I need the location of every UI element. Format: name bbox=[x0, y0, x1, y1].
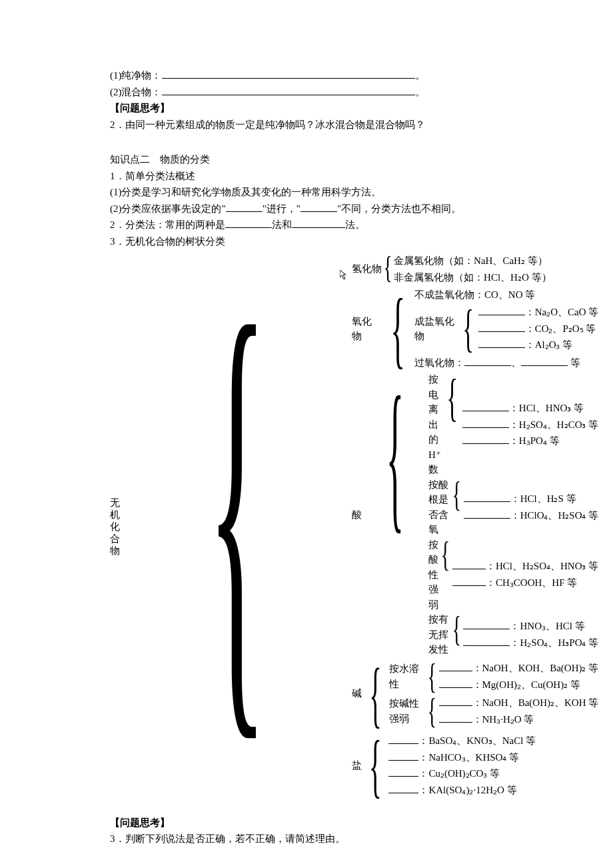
blank-acid-h-a[interactable] bbox=[462, 401, 509, 411]
acid-vol-label: 按有无挥发性 bbox=[428, 612, 450, 657]
blank-pure[interactable] bbox=[162, 68, 415, 79]
kp2-s2b: 法和 bbox=[272, 219, 292, 230]
acid-label: 酸 bbox=[352, 507, 362, 523]
kp2-s3: 3．无机化合物的树状分类 bbox=[110, 234, 503, 249]
brace-acid-o: { bbox=[452, 477, 461, 537]
base-sol-label: 按水溶性 bbox=[389, 661, 425, 691]
node-base: 碱 { 按水溶性 { ：NaOH、KOH、Ba(OH)₂ 等 ：Mg(OH)₂、… bbox=[352, 657, 598, 731]
blank-salt-c[interactable] bbox=[388, 766, 418, 777]
kp2-title: 知识点二 物质的分类 bbox=[110, 152, 503, 167]
base-str-label: 按碱性强弱 bbox=[389, 696, 425, 726]
hydride-a: 金属氢化物（如：NaH、CaH₂ 等） bbox=[394, 253, 551, 269]
blank-salt-d[interactable] bbox=[388, 783, 418, 793]
kp2-s2: 2．分类法：常用的两种是法和法。 bbox=[110, 217, 503, 233]
acid-o-label: 按酸根是否含氧 bbox=[428, 477, 450, 537]
salt-oxide-b: ：CO₂、P₂O₅ 等 bbox=[478, 321, 599, 337]
kp2-s1-title: 1．简单分类法概述 bbox=[110, 169, 503, 184]
node-acid-h: 按电离出的 H⁺ 数 { ：HCl、HNO₃ 等 ：H₂SO₄、H₂CO₃ 等 … bbox=[428, 372, 598, 477]
blank-base-sol-b[interactable] bbox=[439, 677, 472, 688]
brace-acid-str: { bbox=[441, 537, 450, 613]
kp2-s1-2: (2)分类应依据事先设定的""进行，""不同，分类方法也不相同。 bbox=[110, 201, 503, 217]
kp2-s1-2b: "进行，" bbox=[263, 203, 301, 214]
cursor-icon bbox=[340, 270, 348, 285]
oxide-label: 氧化物 bbox=[352, 314, 381, 344]
hydride-label: 氢化物 bbox=[352, 261, 382, 277]
brace-acid-h: { bbox=[447, 372, 458, 477]
line-mix: (2)混合物：。 bbox=[110, 85, 503, 100]
node-salt: 盐 { ：BaSO₄、KNO₃、NaCl 等 ：NaHCO₃、KHSO₄ 等 ：… bbox=[352, 731, 598, 801]
brace-base: { bbox=[369, 657, 381, 731]
brace-salt: { bbox=[369, 731, 382, 801]
hydride-b: 非金属氢化物（如：HCl、H₂O 等） bbox=[394, 269, 551, 286]
acid-str-label: 按酸性强弱 bbox=[428, 537, 438, 613]
node-base-str: 按碱性强弱 { ：NaOH、Ba(OH)₂、KOH 等 ：NH₃·H₂O 等 bbox=[389, 694, 598, 729]
blank-acid-str-b[interactable] bbox=[452, 575, 486, 586]
blank-mix[interactable] bbox=[162, 85, 415, 95]
line-pure: (1)纯净物：。 bbox=[110, 68, 503, 83]
brace-acid: { bbox=[386, 372, 404, 657]
blank-acid-o-b[interactable] bbox=[464, 508, 510, 519]
acid-h-label: 按电离出的 H⁺ 数 bbox=[428, 372, 442, 477]
blank-acid-vol-b[interactable] bbox=[463, 635, 510, 646]
root-children: 氢化物 { 金属氢化物（如：NaH、CaH₂ 等） 非金属氢化物（如：HCl、H… bbox=[352, 253, 598, 801]
kp2-s2c: 法。 bbox=[345, 219, 365, 230]
brace-acid-vol: { bbox=[452, 612, 461, 657]
question-3: 3．判断下列说法是否正确，若不正确，请简述理由。 bbox=[110, 831, 503, 847]
kp2-s1-1: (1)分类是学习和研究化学物质及其变化的一种常用科学方法。 bbox=[110, 185, 503, 200]
mix-suffix: 。 bbox=[415, 87, 425, 97]
oxide-nosalt: 不成盐氧化物：CO、NO 等 bbox=[414, 287, 598, 303]
blank-acid-o-a[interactable] bbox=[464, 491, 510, 502]
question-2: 2．由同一种元素组成的物质一定是纯净物吗？冰水混合物是混合物吗？ bbox=[110, 117, 503, 133]
blank-acid-vol-a[interactable] bbox=[463, 619, 510, 629]
salt-label: 盐 bbox=[352, 758, 362, 773]
oxide-peroxide: 过氧化物：、 等 bbox=[414, 355, 598, 371]
blank-oxide-b[interactable] bbox=[478, 321, 525, 332]
node-acid-str: 按酸性强弱 { ：HCl、H₂SO₄、HNO₃ 等 ：CH₃COOH、HF 等 bbox=[428, 537, 598, 613]
tree-root: 无机化合物 { 氢化物 { 金属氢化物（如：NaH、CaH₂ 等） 非金属氢化物… bbox=[110, 253, 503, 801]
brace-oxide: { bbox=[390, 285, 405, 372]
pure-suffix: 。 bbox=[415, 70, 425, 81]
brace-root: { bbox=[207, 253, 267, 801]
blank-base-str-a[interactable] bbox=[439, 695, 472, 706]
node-oxide: 氧化物 { 不成盐氧化物：CO、NO 等 成盐氧化物 { ：Na₂O、CaO 等… bbox=[352, 285, 598, 372]
blank-criterion-2[interactable] bbox=[301, 201, 337, 212]
salt-oxide-c: ：Al₂O₃ 等 bbox=[478, 337, 599, 353]
blank-base-sol-a[interactable] bbox=[439, 661, 472, 671]
node-acid-o: 按酸根是否含氧 { ：HCl、H₂S 等 ：HClO₄、H₂SO₄ 等 bbox=[428, 477, 598, 537]
blank-oxide-c[interactable] bbox=[478, 337, 525, 348]
mix-prefix: (2)混合物： bbox=[110, 87, 162, 97]
blank-oxide-a[interactable] bbox=[478, 305, 525, 315]
blank-peroxide-2[interactable] bbox=[521, 355, 568, 366]
kp2-s1-2a: (2)分类应依据事先设定的" bbox=[110, 203, 226, 214]
salt-oxide-a: ：Na₂O、CaO 等 bbox=[478, 304, 599, 321]
blank-acid-h-b[interactable] bbox=[462, 417, 509, 428]
root-label: 无机化合物 bbox=[110, 497, 120, 557]
brace-base-sol: { bbox=[427, 659, 436, 694]
base-label: 碱 bbox=[352, 686, 362, 701]
blank-salt-b[interactable] bbox=[388, 750, 418, 761]
node-base-sol: 按水溶性 { ：NaOH、KOH、Ba(OH)₂ 等 ：Mg(OH)₂、Cu(O… bbox=[389, 659, 598, 694]
blank-acid-str-a[interactable] bbox=[452, 559, 486, 569]
blank-method-2[interactable] bbox=[292, 217, 345, 228]
node-hydride: 氢化物 { 金属氢化物（如：NaH、CaH₂ 等） 非金属氢化物（如：HCl、H… bbox=[352, 253, 598, 285]
blank-criterion-1[interactable] bbox=[226, 201, 263, 212]
pure-prefix: (1)纯净物： bbox=[110, 70, 162, 81]
brace-salt-oxide: { bbox=[463, 303, 474, 355]
salt-oxide-label: 成盐氧化物 bbox=[414, 314, 458, 344]
blank-base-str-b[interactable] bbox=[439, 712, 472, 723]
blank-acid-h-c[interactable] bbox=[462, 433, 509, 444]
node-salt-oxide: 成盐氧化物 { ：Na₂O、CaO 等 ：CO₂、P₂O₅ 等 ：Al₂O₃ 等 bbox=[414, 303, 598, 355]
think-header-2: 【问题思考】 bbox=[110, 815, 503, 831]
blank-salt-a[interactable] bbox=[388, 733, 418, 744]
brace-base-str: { bbox=[427, 694, 436, 729]
think-header-1: 【问题思考】 bbox=[110, 101, 503, 116]
node-acid: 酸 { 按电离出的 H⁺ 数 { ：HCl、HNO₃ 等 ：H₂SO₄、H₂CO… bbox=[352, 372, 598, 657]
node-acid-vol: 按有无挥发性 { ：HNO₃、HCl 等 ：H₂SO₄、H₃PO₄ 等 bbox=[428, 612, 598, 657]
kp2-s1-2c: "不同，分类方法也不相同。 bbox=[337, 203, 461, 214]
